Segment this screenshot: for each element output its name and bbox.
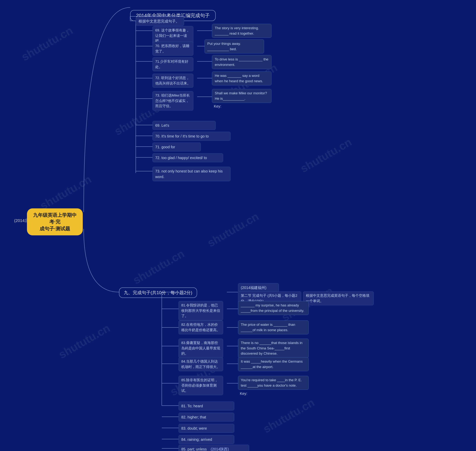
question-81: 81.令我惊讶的是，他已收到那所大学校长是来信了。 — [179, 301, 223, 320]
bottom-section-node: 九、完成句子(共10分，每小题2分) — [119, 288, 197, 298]
question-85: 85.除非有医生的证明，否则你必须参加体育测试。 — [179, 376, 223, 395]
key-85-extra: (2014陕西) — [211, 447, 229, 451]
answer-81: _______ my surprise, he has already ____… — [238, 301, 309, 315]
answer-85-key: Key: — [238, 391, 249, 396]
root-label-line2: 成句子·测试题 — [40, 226, 70, 232]
key-69: 69. Let's — [153, 121, 216, 130]
key-72: 72. too glad / happy/ excited/ to — [153, 153, 223, 162]
key-70: 70. It's time for / It's time to go to — [153, 132, 231, 141]
bottom-key-81: 81. To; heard — [179, 401, 234, 410]
answer-73-1: Shall we make Mike our monitor? He is___… — [212, 89, 272, 103]
answer-83: There is no ______that those islands in … — [238, 339, 309, 358]
bottom-key-82: 82. higher; that — [179, 413, 234, 422]
subsection-label: (2014福建福州) — [238, 283, 279, 292]
subsection-sub-instruction: 根据中文意思完成英语句子，每个空格填一个单词。 — [303, 291, 374, 305]
answer-73-key: Key: — [212, 103, 223, 109]
question-84: 84.当那几个德国人到达机场时，雨正下得很大。 — [179, 357, 223, 371]
root-node: 九年级英语上学期中考·完 成句子·测试题 — [27, 208, 83, 235]
question-73: 73. 咱们选Mike当班长怎么样?他不仅诚实，而且守信。 — [153, 91, 193, 111]
key-73: 73. not only honest but can also keep hi… — [153, 167, 231, 181]
key-85-text: 85. part; unless — [181, 447, 207, 451]
bottom-key-83: 83. doubt; were — [179, 424, 234, 433]
top-instruction: 根据中文意思完成句子。 — [136, 17, 184, 26]
answer-70: Put your things away. ___________ bed. — [204, 39, 264, 53]
answer-72: He was _______ say a word when he heard … — [212, 71, 272, 85]
answer-84: It was _____heavily when the Germans ___… — [238, 357, 309, 371]
answer-82: The price of water is _______ than _____… — [238, 320, 309, 334]
answer-69: The story is very interesting. _______ r… — [212, 24, 272, 38]
key-71: 71. good for — [153, 143, 201, 151]
question-70: 70. 把东西收好，该睡觉了。 — [153, 42, 193, 56]
bottom-key-85: 85. part; unless (2014陕西) — [179, 445, 249, 451]
bottom-key-84: 84. raining; arrived — [179, 435, 234, 444]
question-82: 82.在有些地方，水的价格比牛奶是价格还要高。 — [179, 320, 223, 334]
question-83: 83.毋庸置疑，南海那些岛屿是由中国人最早发现的。 — [179, 339, 223, 358]
question-72: 72. 听到这个好消息，他高兴得说不出话来。 — [153, 74, 193, 88]
answer-71: To drive less is ____________ the enviro… — [212, 55, 272, 69]
answer-85: You're required to take ____in the P. E.… — [238, 376, 309, 390]
root-label-line1: 九年级英语上学期中考·完 — [33, 212, 77, 225]
question-71: 71.少开车对环境有好处。 — [153, 57, 193, 71]
